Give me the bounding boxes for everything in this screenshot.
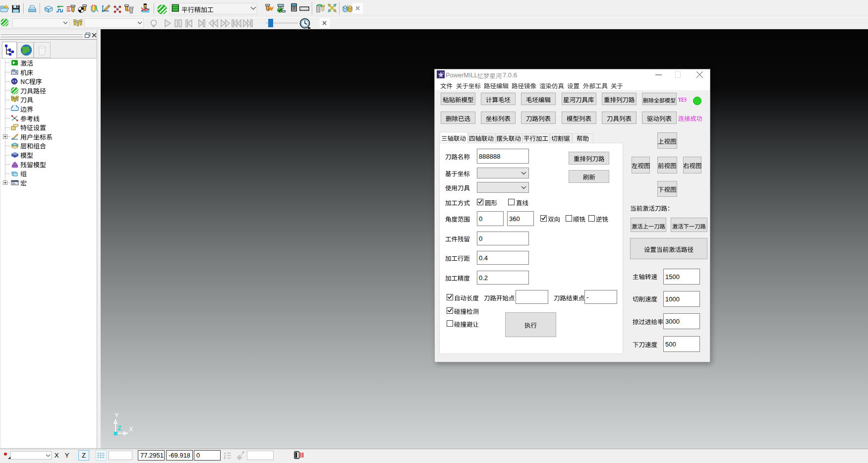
svg-text:Y: Y xyxy=(115,411,119,419)
svg-text:X: X xyxy=(129,425,133,433)
svg-text:z: z xyxy=(224,457,226,460)
svg-text:YES: YES xyxy=(678,96,687,103)
svg-text:Z: Z xyxy=(117,424,121,432)
